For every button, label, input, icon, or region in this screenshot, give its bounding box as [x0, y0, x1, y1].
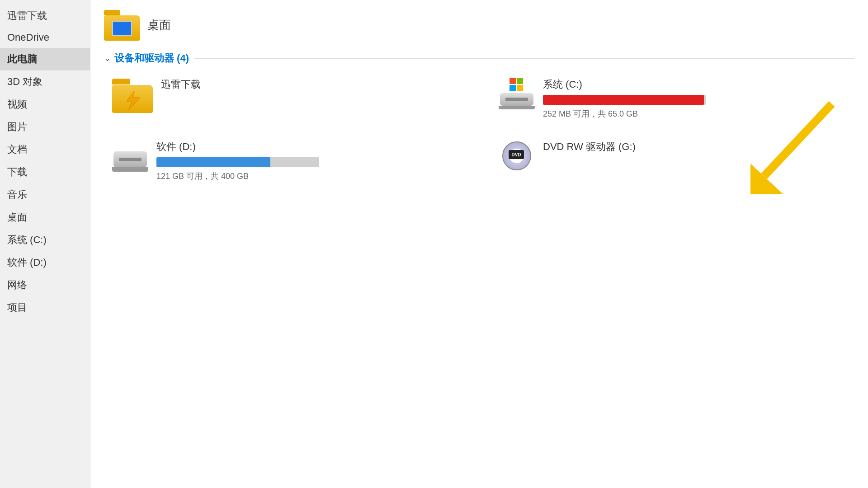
sidebar-item-documents[interactable]: 文档 [0, 138, 90, 161]
sidebar-item-system-c[interactable]: 系统 (C:) [0, 229, 90, 251]
sidebar-item-project[interactable]: 项目 [0, 296, 90, 319]
desktop-folder-icon [104, 9, 140, 41]
dvd-label-badge: DVD [509, 150, 524, 159]
software-d-drive-info: 软件 (D:) 121 GB 可用，共 400 GB [156, 140, 464, 182]
hdd-base [499, 106, 535, 109]
sidebar-item-music[interactable]: 音乐 [0, 183, 90, 206]
system-c-bar-container [543, 95, 706, 105]
dvd-drive-name: DVD RW 驱动器 (G:) [543, 140, 851, 154]
xunlei-bird-svg [118, 89, 146, 111]
desktop-label: 桌面 [147, 17, 171, 33]
xunlei-drive-info: 迅雷下载 [161, 78, 464, 95]
hdd-body-d [113, 151, 147, 168]
dvd-drive-info: DVD RW 驱动器 (G:) [543, 140, 851, 157]
section-divider [194, 58, 854, 59]
sidebar: 迅雷下载 OneDrive 此电脑 3D 对象 视频 图片 文档 下载 音乐 桌… [0, 0, 90, 488]
sidebar-item-xunlei-download[interactable]: 迅雷下载 [0, 5, 90, 27]
drive-item-xunlei[interactable]: 迅雷下载 [108, 74, 468, 123]
system-c-bar-fill [543, 95, 704, 105]
hdd-body [500, 93, 533, 106]
svg-marker-0 [127, 91, 140, 110]
drive-item-dvd-g[interactable]: DVD DVD RW 驱动器 (G:) [495, 136, 854, 185]
sidebar-item-onedrive[interactable]: OneDrive [0, 27, 90, 48]
system-c-size-text: 252 MB 可用，共 65.0 GB [543, 108, 851, 119]
devices-section-title: 设备和驱动器 (4) [114, 52, 189, 65]
software-d-hdd-icon [112, 140, 148, 172]
drive-item-system-c[interactable]: 系统 (C:) 252 MB 可用，共 65.0 GB [495, 74, 854, 123]
software-d-size-text: 121 GB 可用，共 400 GB [156, 171, 464, 182]
collapse-arrow-icon[interactable]: ⌄ [104, 53, 111, 63]
hdd-base-d [112, 167, 148, 172]
software-d-drive-name: 软件 (D:) [156, 140, 464, 154]
sidebar-item-downloads[interactable]: 下载 [0, 161, 90, 183]
xunlei-folder-icon [112, 78, 153, 113]
xunlei-drive-name: 迅雷下载 [161, 78, 464, 91]
sidebar-item-network[interactable]: 网络 [0, 274, 90, 296]
sidebar-item-videos[interactable]: 视频 [0, 93, 90, 116]
drives-grid: 迅雷下载 系统 (C:) [104, 74, 854, 185]
system-c-drive-name: 系统 (C:) [543, 78, 851, 91]
devices-section-header: ⌄ 设备和驱动器 (4) [104, 52, 854, 65]
system-c-hdd-icon [499, 78, 535, 109]
sidebar-item-desktop[interactable]: 桌面 [0, 206, 90, 229]
sidebar-item-this-pc[interactable]: 此电脑 [0, 48, 90, 70]
desktop-section[interactable]: 桌面 [104, 9, 854, 41]
sidebar-item-software-d[interactable]: 软件 (D:) [0, 251, 90, 274]
main-content: 桌面 ⌄ 设备和驱动器 (4) 迅雷下载 [90, 0, 868, 488]
software-d-bar-container [156, 157, 319, 167]
system-c-drive-info: 系统 (C:) 252 MB 可用，共 65.0 GB [543, 78, 851, 119]
software-d-bar-fill [156, 157, 270, 167]
sidebar-item-pictures[interactable]: 图片 [0, 116, 90, 138]
drive-item-software-d[interactable]: 软件 (D:) 121 GB 可用，共 400 GB [108, 136, 468, 185]
dvd-icon: DVD [499, 140, 535, 172]
sidebar-item-3d-objects[interactable]: 3D 对象 [0, 70, 90, 93]
